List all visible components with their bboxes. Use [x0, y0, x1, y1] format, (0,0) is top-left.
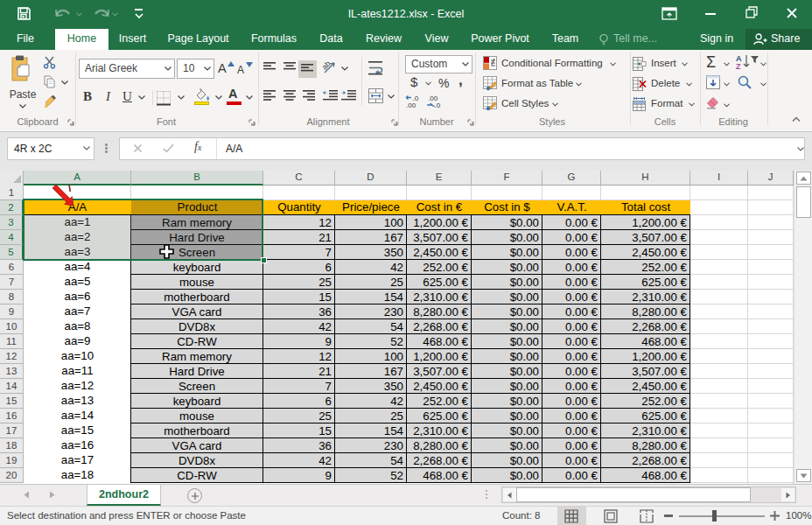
- svg-text:.0: .0: [435, 102, 441, 108]
- svg-text:.00: .00: [406, 102, 416, 108]
- svg-text:ab: ab: [323, 60, 332, 72]
